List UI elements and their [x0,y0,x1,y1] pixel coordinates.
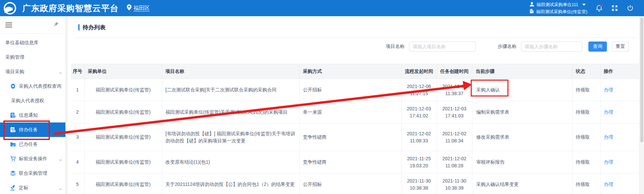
cell-create-time: 2021-12-0211:08:28 [437,151,472,173]
cell-seq: 3 [71,123,84,151]
handle-link[interactable]: 办理 [604,109,613,115]
cell-start-time: 2021-12-0211:08:33 [401,123,437,151]
cell-method: 竞争性磋商 [299,123,401,151]
cell-method: 单一来源 [299,101,401,123]
cell-unit: 福田测试采购单位(传监管) [84,123,162,151]
sidebar-item-3[interactable]: 采购人代表授权查询 [0,79,65,93]
todo-table: 序号采购单位项目名称采购方式流程发起时间任务创建时间当前步骤状态操作 1福田测试… [71,64,639,194]
sidebar-item-label: 定标 [19,185,28,191]
chevron-down-icon [59,158,62,163]
location-link[interactable]: 福田区 [134,5,150,12]
table-row-3: 3福田测试采购单位(传监管)[韦培训勿动勿投【磋】] 福田测试采购单位(传监管)… [71,123,639,151]
col-header-8: 操作 [600,64,639,79]
scrollbar-thumb[interactable] [640,18,643,142]
cell-project: 关于20211124培训勿动勿投【公】的合同包1（2）的结果变更 [162,173,299,194]
cell-action: 办理 [600,101,639,123]
handle-link[interactable]: 办理 [604,134,613,140]
cell-start-time: 2021-11-3010:38:38 [401,173,437,194]
cell-status: 待领取 [572,151,600,173]
cell-status: 待领取 [572,101,600,123]
cell-unit: 福田测试采购单位(传监管) [84,151,162,173]
chevron-down-icon [582,4,586,6]
col-header-6: 当前步骤 [472,64,572,79]
user-name: 福田测试采购单位111 [536,2,578,8]
sidebar-item-label: 标前业务操作 [19,156,47,162]
sidebar-item-8[interactable]: 标前业务操作 [0,151,65,166]
sidebar-item-label: 项目采购 [5,69,24,75]
sidebar-item-9[interactable]: 联合采购管理 [0,166,65,181]
cell-step: 修改采购需求表 [472,123,572,151]
user-menu[interactable]: 福田测试采购单位111 [529,2,587,8]
cell-project: [二次测试联合采购]关于二次测试联合采购的采购合同 [162,79,299,101]
cell-create-time: 2021-12-0211:08:34 [437,123,472,151]
dashed-divider [76,37,637,38]
cell-seq: 4 [71,151,84,173]
cell-step: 采购人确认结果变更 [472,173,572,194]
cell-unit: 福田测试采购单位(传监管) [84,101,162,123]
sidebar: 单位基础信息库采购管理项目采购采购人代表授权查询采购人代表授权信息通知待办任务已… [0,16,67,194]
col-header-5: 任务创建时间 [437,64,472,79]
col-header-7: 状态 [572,64,600,79]
cell-create-time: 2021-11-3010:38:39 [437,173,472,194]
app-title: 广东政府采购智慧云平台 [22,3,119,14]
col-header-3: 采购方式 [299,64,401,79]
gear-icon [10,83,16,89]
sidebar-item-1[interactable]: 采购管理 [0,50,65,64]
sidebar-item-4[interactable]: 采购人代表授权 [0,93,65,108]
table-row-1: 1福田测试采购单位(传监管)[二次测试联合采购]关于二次测试联合采购的采购合同公… [71,79,639,101]
project-name-input[interactable] [409,41,476,52]
building-icon [529,9,534,15]
col-header-2: 项目名称 [162,64,299,79]
cell-status: 待领取 [572,173,600,194]
col-header-4: 流程发起时间 [401,64,437,79]
cell-step: 审核评标报告 [472,151,572,173]
cell-start-time: 2021-12-0611:27:15 [401,79,437,101]
step-name-input[interactable] [521,41,582,52]
fullscreen-icon[interactable] [611,4,618,12]
notice-icon [10,112,16,118]
page-title: 待办列表 [83,24,106,31]
reset-button[interactable]: 重置 [612,41,629,52]
cell-status: 待领取 [572,123,600,151]
sidebar-item-6[interactable]: 待办任务 [0,122,65,137]
cell-seq: 5 [71,173,84,194]
handle-link[interactable]: 办理 [604,182,613,187]
cell-start-time: 2021-12-0317:41:02 [401,101,437,123]
cell-seq: 2 [71,101,84,123]
sidebar-item-label: 信息通知 [19,112,38,118]
user-icon [529,2,534,8]
table-header-row: 序号采购单位项目名称采购方式流程发起时间任务创建时间当前步骤状态操作 [71,64,639,79]
cell-method: 竞争性磋商 [299,151,401,173]
layers-icon [10,170,16,176]
logout-power-icon[interactable] [626,4,634,12]
cell-project: [韦培训勿动勿投【磋】] 福田测试采购单位(传监管)关于韦培训勿动勿投【磋】的采… [162,123,299,151]
sidebar-item-10[interactable]: 定标 [0,181,65,194]
handle-link[interactable]: 办理 [604,159,613,165]
sidebar-item-label: 待办任务 [19,127,38,133]
sidebar-item-2[interactable]: 项目采购 [0,64,65,79]
sidebar-item-0[interactable]: 单位基础信息库 [0,35,65,50]
cell-seq: 1 [71,79,84,101]
cell-step: 采购人确认 [472,79,572,101]
pin-icon[interactable] [54,22,59,28]
cell-method: 公开招标 [299,173,401,194]
col-header-1: 采购单位 [84,64,162,79]
gavel-icon [10,185,16,191]
sidebar-item-label: 已办任务 [19,141,38,147]
notifications-bell-icon[interactable] [595,4,603,12]
search-button[interactable]: 查询 [588,41,607,52]
cell-action: 办理 [600,173,639,194]
collapse-menu-icon[interactable] [5,23,12,27]
vertical-scrollbar[interactable] [639,16,644,194]
chevron-up-icon [59,71,62,76]
sidebar-item-label: 采购人代表授权 [11,98,44,104]
cell-action: 办理 [600,151,639,173]
cell-create-time: 2021-12-0317:41:03 [437,101,472,123]
sidebar-item-7[interactable]: 已办任务 [0,137,65,151]
todo-icon [10,127,16,133]
notification-badge [600,4,603,7]
sidebar-item-5[interactable]: 信息通知 [0,108,65,122]
sidebar-item-label: 采购人代表授权查询 [19,83,61,89]
handle-link[interactable]: 办理 [604,87,613,92]
gdgpo-logo-icon: GDGPO [4,2,16,15]
